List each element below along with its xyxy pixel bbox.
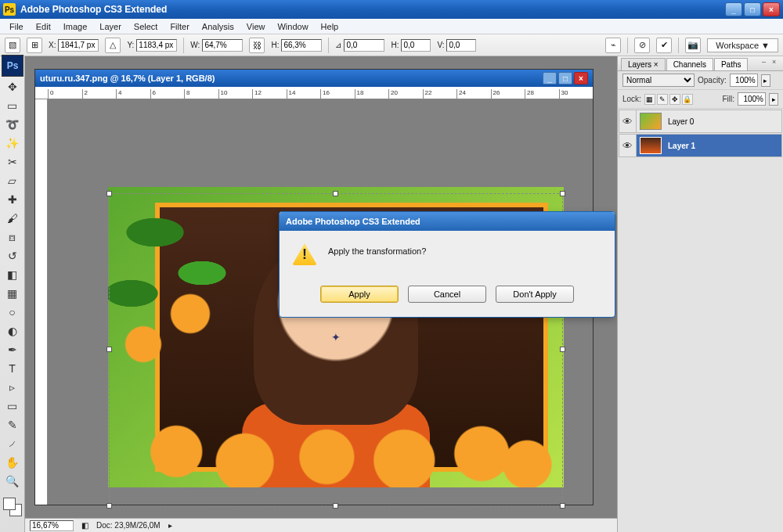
menu-view[interactable]: View [240, 20, 272, 33]
link-xy-icon[interactable]: △ [105, 38, 121, 53]
transform-center-icon[interactable]: ✦ [331, 331, 341, 343]
go-bridge-icon[interactable]: 📷 [685, 38, 701, 53]
ruler-vertical[interactable] [35, 99, 48, 505]
tab-layers[interactable]: Layers × [621, 58, 666, 70]
dialog-title[interactable]: Adobe Photoshop CS3 Extended [280, 212, 615, 231]
opt-vskew-input[interactable] [446, 39, 476, 52]
status-left-icon[interactable]: ◧ [81, 521, 88, 530]
opt-angle-input[interactable] [344, 39, 384, 52]
lock-position-icon[interactable]: ✥ [669, 94, 680, 105]
menu-layer[interactable]: Layer [93, 20, 128, 33]
menu-filter[interactable]: Filter [164, 20, 195, 33]
eraser-tool[interactable]: ◧ [3, 266, 22, 283]
doc-info-arrow-icon[interactable]: ▸ [168, 521, 172, 530]
panel-minimize-icon[interactable]: – [762, 58, 770, 66]
fill-arrow-icon[interactable]: ▸ [769, 93, 778, 106]
maximize-button[interactable]: □ [744, 2, 761, 16]
warp-mode-icon[interactable]: ⌁ [605, 38, 621, 53]
crop-tool[interactable]: ✂ [3, 153, 22, 171]
transform-tool-icon[interactable]: ▧ [5, 38, 20, 53]
brush-tool[interactable]: 🖌 [3, 210, 22, 227]
visibility-icon[interactable]: 👁 [619, 110, 637, 132]
menu-edit[interactable]: Edit [30, 20, 57, 33]
dont-apply-button[interactable]: Don't Apply [496, 286, 574, 303]
opt-h-input[interactable] [281, 39, 322, 52]
lasso-tool[interactable]: ➰ [3, 116, 22, 133]
marquee-tool[interactable]: ▭ [3, 97, 22, 114]
blur-tool[interactable]: ○ [3, 304, 22, 321]
menu-analysis[interactable]: Analysis [196, 20, 240, 33]
status-bar: ◧ Doc: 23,9M/26,0M ▸ [25, 518, 617, 532]
close-button[interactable]: × [763, 2, 780, 16]
options-bar: ▧ ⊞ X: △ Y: W: ⛓ H: ⊿ H: V: ⌁ ⊘ ✔ 📷 Work… [0, 34, 783, 56]
wand-tool[interactable]: ✨ [3, 135, 22, 152]
tools-panel: Ps ✥ ▭ ➰ ✨ ✂ ▱ ✚ 🖌 ⧈ ↺ ◧ ▦ ○ ◐ ✒ T ▹ ▭ ✎… [0, 56, 25, 532]
history-brush-tool[interactable]: ↺ [3, 247, 22, 264]
layer-name[interactable]: Layer 1 [665, 142, 695, 150]
menu-file[interactable]: File [3, 20, 30, 33]
app-title: Adobe Photoshop CS3 Extended [20, 4, 167, 15]
opt-w-input[interactable] [202, 39, 243, 52]
confirm-dialog: Adobe Photoshop CS3 Extended ! Apply the… [279, 211, 615, 318]
opacity-arrow-icon[interactable]: ▸ [761, 74, 770, 87]
dodge-tool[interactable]: ◐ [3, 322, 22, 340]
gradient-tool[interactable]: ▦ [3, 285, 22, 302]
doc-close-button[interactable]: × [574, 72, 588, 84]
reference-point-icon[interactable]: ⊞ [27, 38, 42, 53]
layer-thumbnail[interactable] [640, 137, 662, 154]
layer-row[interactable]: 👁 Layer 0 [619, 110, 782, 133]
visibility-icon[interactable]: 👁 [619, 135, 637, 156]
doc-maximize-button[interactable]: □ [558, 72, 572, 84]
type-tool[interactable]: T [3, 360, 22, 377]
layer-thumbnail[interactable] [640, 113, 662, 130]
menu-bar: File Edit Image Layer Select Filter Anal… [0, 19, 783, 34]
menu-select[interactable]: Select [128, 20, 164, 33]
notes-tool[interactable]: ✎ [3, 416, 22, 433]
link-wh-icon[interactable]: ⛓ [249, 38, 265, 53]
path-select-tool[interactable]: ▹ [3, 379, 22, 396]
doc-minimize-button[interactable]: _ [543, 72, 557, 84]
heal-tool[interactable]: ✚ [3, 191, 22, 208]
ruler-horizontal[interactable]: 024681012141618202224262830 [35, 87, 593, 99]
hand-tool[interactable]: ✋ [3, 454, 22, 471]
color-swatches[interactable] [3, 498, 22, 516]
opt-hskew-input[interactable] [401, 39, 431, 52]
minimize-button[interactable]: _ [725, 2, 742, 16]
pen-tool[interactable]: ✒ [3, 341, 22, 358]
lock-all-icon[interactable]: 🔒 [682, 94, 693, 105]
zoom-tool[interactable]: 🔍 [3, 473, 22, 490]
ps-logo-icon: Ps [2, 55, 23, 77]
tab-channels[interactable]: Channels [666, 58, 713, 70]
move-tool[interactable]: ✥ [3, 78, 22, 95]
document-titlebar[interactable]: uturu.ru.347.png @ 16,7% (Layer 1, RGB/8… [35, 70, 593, 87]
app-titlebar: Ps Adobe Photoshop CS3 Extended _ □ × [0, 0, 783, 19]
opt-y-input[interactable] [136, 39, 177, 52]
menu-help[interactable]: Help [315, 20, 345, 33]
zoom-field[interactable] [30, 520, 74, 531]
panel-tab-bar: Layers × Channels Paths –× [618, 56, 783, 71]
lock-brush-icon[interactable]: ✎ [657, 94, 668, 105]
cancel-transform-icon[interactable]: ⊘ [634, 38, 650, 53]
fill-input[interactable] [738, 92, 766, 106]
layer-name[interactable]: Layer 0 [665, 117, 694, 126]
doc-info: Doc: 23,9M/26,0M [96, 521, 161, 530]
panel-close-icon[interactable]: × [772, 58, 780, 66]
cancel-button[interactable]: Cancel [408, 286, 486, 303]
commit-transform-icon[interactable]: ✔ [656, 38, 672, 53]
eyedropper-tool[interactable]: ⟋ [3, 435, 22, 452]
menu-window[interactable]: Window [271, 20, 314, 33]
tab-paths[interactable]: Paths [714, 58, 749, 70]
apply-button[interactable]: Apply [320, 286, 399, 303]
blend-mode-select[interactable]: Normal [622, 74, 695, 87]
lock-pixels-icon[interactable]: ▦ [644, 94, 655, 105]
layer-row[interactable]: 👁 Layer 1 [619, 134, 782, 157]
workspace-button[interactable]: Workspace ▼ [707, 38, 778, 52]
opt-x-input[interactable] [58, 39, 99, 52]
shape-tool[interactable]: ▭ [3, 397, 22, 415]
slice-tool[interactable]: ▱ [3, 172, 22, 189]
opacity-input[interactable] [730, 74, 758, 87]
warning-icon: ! [292, 243, 317, 265]
stamp-tool[interactable]: ⧈ [3, 228, 22, 246]
menu-image[interactable]: Image [57, 20, 94, 33]
dialog-message: Apply the transformation? [328, 243, 426, 256]
